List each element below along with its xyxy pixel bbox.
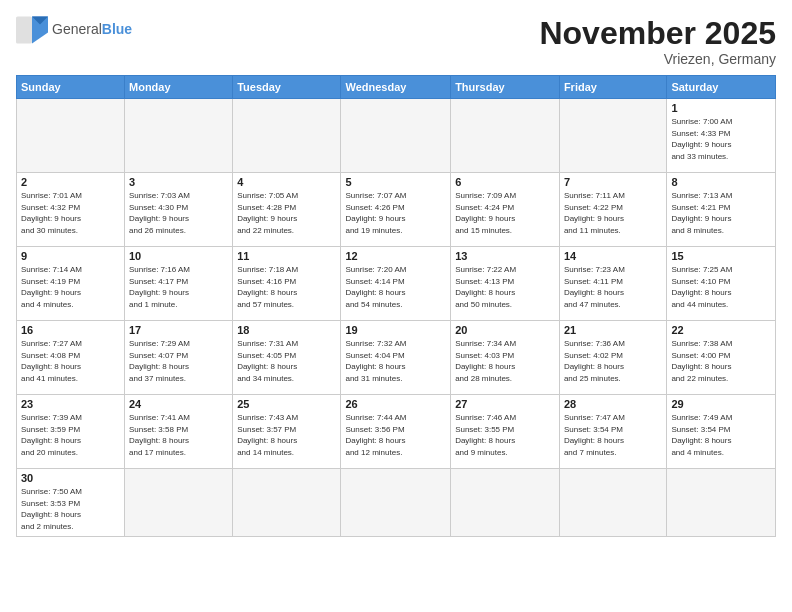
day-cell: 22Sunrise: 7:38 AM Sunset: 4:00 PM Dayli…	[667, 321, 776, 395]
day-cell: 6Sunrise: 7:09 AM Sunset: 4:24 PM Daylig…	[451, 173, 560, 247]
day-info: Sunrise: 7:16 AM Sunset: 4:17 PM Dayligh…	[129, 264, 228, 310]
logo-text: GeneralBlue	[52, 22, 132, 37]
day-info: Sunrise: 7:46 AM Sunset: 3:55 PM Dayligh…	[455, 412, 555, 458]
day-number: 13	[455, 250, 555, 262]
day-info: Sunrise: 7:38 AM Sunset: 4:00 PM Dayligh…	[671, 338, 771, 384]
day-cell: 20Sunrise: 7:34 AM Sunset: 4:03 PM Dayli…	[451, 321, 560, 395]
week-row-4: 16Sunrise: 7:27 AM Sunset: 4:08 PM Dayli…	[17, 321, 776, 395]
weekday-header-friday: Friday	[559, 76, 666, 99]
day-number: 19	[345, 324, 446, 336]
day-cell: 27Sunrise: 7:46 AM Sunset: 3:55 PM Dayli…	[451, 395, 560, 469]
day-info: Sunrise: 7:32 AM Sunset: 4:04 PM Dayligh…	[345, 338, 446, 384]
day-cell: 16Sunrise: 7:27 AM Sunset: 4:08 PM Dayli…	[17, 321, 125, 395]
day-number: 23	[21, 398, 120, 410]
day-number: 12	[345, 250, 446, 262]
day-info: Sunrise: 7:49 AM Sunset: 3:54 PM Dayligh…	[671, 412, 771, 458]
weekday-header-tuesday: Tuesday	[233, 76, 341, 99]
day-info: Sunrise: 7:11 AM Sunset: 4:22 PM Dayligh…	[564, 190, 662, 236]
month-title: November 2025	[539, 16, 776, 51]
day-info: Sunrise: 7:44 AM Sunset: 3:56 PM Dayligh…	[345, 412, 446, 458]
day-cell	[125, 99, 233, 173]
day-cell: 25Sunrise: 7:43 AM Sunset: 3:57 PM Dayli…	[233, 395, 341, 469]
day-number: 29	[671, 398, 771, 410]
day-info: Sunrise: 7:03 AM Sunset: 4:30 PM Dayligh…	[129, 190, 228, 236]
day-number: 6	[455, 176, 555, 188]
day-number: 21	[564, 324, 662, 336]
day-number: 22	[671, 324, 771, 336]
day-number: 11	[237, 250, 336, 262]
day-cell: 23Sunrise: 7:39 AM Sunset: 3:59 PM Dayli…	[17, 395, 125, 469]
day-cell	[17, 99, 125, 173]
day-cell: 29Sunrise: 7:49 AM Sunset: 3:54 PM Dayli…	[667, 395, 776, 469]
weekday-header-wednesday: Wednesday	[341, 76, 451, 99]
weekday-header-saturday: Saturday	[667, 76, 776, 99]
day-info: Sunrise: 7:27 AM Sunset: 4:08 PM Dayligh…	[21, 338, 120, 384]
day-cell	[667, 469, 776, 536]
day-number: 26	[345, 398, 446, 410]
day-info: Sunrise: 7:18 AM Sunset: 4:16 PM Dayligh…	[237, 264, 336, 310]
day-cell: 17Sunrise: 7:29 AM Sunset: 4:07 PM Dayli…	[125, 321, 233, 395]
day-cell: 13Sunrise: 7:22 AM Sunset: 4:13 PM Dayli…	[451, 247, 560, 321]
day-number: 18	[237, 324, 336, 336]
day-cell: 21Sunrise: 7:36 AM Sunset: 4:02 PM Dayli…	[559, 321, 666, 395]
day-number: 4	[237, 176, 336, 188]
page: GeneralBlue November 2025 Vriezen, Germa…	[0, 0, 792, 612]
calendar: SundayMondayTuesdayWednesdayThursdayFrid…	[16, 75, 776, 536]
title-area: November 2025 Vriezen, Germany	[539, 16, 776, 67]
day-cell	[341, 469, 451, 536]
week-row-5: 23Sunrise: 7:39 AM Sunset: 3:59 PM Dayli…	[17, 395, 776, 469]
day-number: 20	[455, 324, 555, 336]
day-cell	[451, 99, 560, 173]
day-cell: 2Sunrise: 7:01 AM Sunset: 4:32 PM Daylig…	[17, 173, 125, 247]
day-number: 10	[129, 250, 228, 262]
day-cell: 7Sunrise: 7:11 AM Sunset: 4:22 PM Daylig…	[559, 173, 666, 247]
day-cell: 1Sunrise: 7:00 AM Sunset: 4:33 PM Daylig…	[667, 99, 776, 173]
day-info: Sunrise: 7:36 AM Sunset: 4:02 PM Dayligh…	[564, 338, 662, 384]
day-info: Sunrise: 7:43 AM Sunset: 3:57 PM Dayligh…	[237, 412, 336, 458]
day-number: 27	[455, 398, 555, 410]
day-number: 28	[564, 398, 662, 410]
day-cell: 24Sunrise: 7:41 AM Sunset: 3:58 PM Dayli…	[125, 395, 233, 469]
day-number: 1	[671, 102, 771, 114]
day-cell	[341, 99, 451, 173]
day-cell: 9Sunrise: 7:14 AM Sunset: 4:19 PM Daylig…	[17, 247, 125, 321]
day-info: Sunrise: 7:05 AM Sunset: 4:28 PM Dayligh…	[237, 190, 336, 236]
day-cell	[559, 99, 666, 173]
day-info: Sunrise: 7:34 AM Sunset: 4:03 PM Dayligh…	[455, 338, 555, 384]
day-cell: 12Sunrise: 7:20 AM Sunset: 4:14 PM Dayli…	[341, 247, 451, 321]
day-info: Sunrise: 7:23 AM Sunset: 4:11 PM Dayligh…	[564, 264, 662, 310]
weekday-header-sunday: Sunday	[17, 76, 125, 99]
day-info: Sunrise: 7:47 AM Sunset: 3:54 PM Dayligh…	[564, 412, 662, 458]
day-cell: 5Sunrise: 7:07 AM Sunset: 4:26 PM Daylig…	[341, 173, 451, 247]
day-number: 24	[129, 398, 228, 410]
day-number: 14	[564, 250, 662, 262]
day-cell: 15Sunrise: 7:25 AM Sunset: 4:10 PM Dayli…	[667, 247, 776, 321]
day-info: Sunrise: 7:00 AM Sunset: 4:33 PM Dayligh…	[671, 116, 771, 162]
day-info: Sunrise: 7:29 AM Sunset: 4:07 PM Dayligh…	[129, 338, 228, 384]
location: Vriezen, Germany	[539, 51, 776, 67]
logo: GeneralBlue	[16, 16, 132, 44]
day-info: Sunrise: 7:14 AM Sunset: 4:19 PM Dayligh…	[21, 264, 120, 310]
day-info: Sunrise: 7:22 AM Sunset: 4:13 PM Dayligh…	[455, 264, 555, 310]
day-cell	[233, 469, 341, 536]
weekday-header-monday: Monday	[125, 76, 233, 99]
day-cell: 4Sunrise: 7:05 AM Sunset: 4:28 PM Daylig…	[233, 173, 341, 247]
svg-rect-0	[16, 16, 32, 43]
day-cell	[451, 469, 560, 536]
day-info: Sunrise: 7:41 AM Sunset: 3:58 PM Dayligh…	[129, 412, 228, 458]
day-number: 5	[345, 176, 446, 188]
week-row-6: 30Sunrise: 7:50 AM Sunset: 3:53 PM Dayli…	[17, 469, 776, 536]
week-row-2: 2Sunrise: 7:01 AM Sunset: 4:32 PM Daylig…	[17, 173, 776, 247]
day-number: 25	[237, 398, 336, 410]
day-number: 17	[129, 324, 228, 336]
header: GeneralBlue November 2025 Vriezen, Germa…	[16, 16, 776, 67]
day-info: Sunrise: 7:20 AM Sunset: 4:14 PM Dayligh…	[345, 264, 446, 310]
day-info: Sunrise: 7:31 AM Sunset: 4:05 PM Dayligh…	[237, 338, 336, 384]
day-cell	[125, 469, 233, 536]
day-info: Sunrise: 7:07 AM Sunset: 4:26 PM Dayligh…	[345, 190, 446, 236]
day-info: Sunrise: 7:09 AM Sunset: 4:24 PM Dayligh…	[455, 190, 555, 236]
day-cell: 26Sunrise: 7:44 AM Sunset: 3:56 PM Dayli…	[341, 395, 451, 469]
weekday-header-thursday: Thursday	[451, 76, 560, 99]
day-number: 2	[21, 176, 120, 188]
day-cell: 3Sunrise: 7:03 AM Sunset: 4:30 PM Daylig…	[125, 173, 233, 247]
